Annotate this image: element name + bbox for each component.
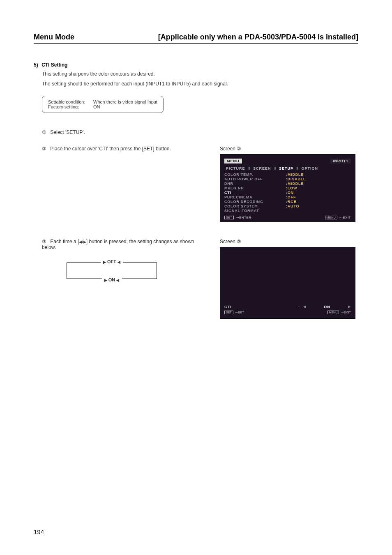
osd-tab-picture: PICTURE (224, 166, 247, 171)
osd-row-key: MPEG NR (224, 186, 286, 190)
cond-label-1: Settable condition: (48, 99, 93, 104)
cycle-off-label: ▶ OFF ◀ (101, 259, 123, 264)
osd-row-value: :OFF (286, 195, 296, 199)
header-right: [Applicable only when a PDA-5003/PDA-500… (158, 33, 358, 41)
tab-separator-icon: ▮ (296, 166, 299, 171)
osd-footer-left: ···ENTER (236, 216, 251, 219)
osd-menu-pill: MENU (224, 159, 242, 164)
tab-separator-icon: ▮ (248, 166, 251, 171)
step-text-1: Select 'SETUP'. (50, 129, 85, 135)
cycle-off-text: OFF (107, 259, 116, 264)
osd-row-key: PURECINEMA (224, 195, 286, 199)
right-arrow-icon: ▶ (104, 278, 107, 282)
tab-separator-icon: ▮ (274, 166, 277, 171)
osd-row-key: COLOR DECODING (224, 200, 286, 204)
osd-setting-row: SIGNAL FORMAT (224, 209, 351, 213)
right-arrow-icon: ▶ (348, 305, 351, 309)
osd-footer-right: ···EXIT (339, 216, 351, 219)
left-arrow-icon: ◀ (303, 305, 306, 309)
osd-setting-row: COLOR SYSTEM:AUTO (224, 204, 351, 209)
screen3-label: Screen ③ (220, 239, 355, 244)
section-paragraph-1: This setting sharpens the color contours… (42, 70, 358, 78)
osd3-colon: : (298, 305, 303, 309)
cond-value-2: ON (93, 104, 100, 109)
osd-tab-option: OPTION (300, 166, 320, 171)
osd-setting-row: CTI:ON (224, 191, 351, 195)
left-arrow-icon: ◀ (79, 240, 82, 244)
osd-row-value: :ON (286, 191, 294, 195)
section-title: CTI Setting (42, 62, 67, 68)
left-arrow-icon: ◀ (116, 278, 119, 282)
condition-row: Settable condition: When there is video … (48, 99, 157, 104)
osd-setting-row: COLOR DECODING:RGB (224, 200, 351, 204)
osd3-value-row: CTI : ◀ ON ▶ (224, 305, 351, 309)
osd3-footer-right: ···EXIT (341, 311, 351, 314)
menu-key-icon: MENU (325, 216, 338, 219)
page-number: 194 (34, 528, 44, 535)
osd-screen-3: CTI : ◀ ON ▶ SET ···SET MENU ···EXI (220, 247, 355, 319)
osd3-footer: SET ···SET MENU ···EXIT (224, 311, 351, 314)
osd-row-value: :MIDDLE (286, 173, 304, 177)
osd-input-pill: INPUT1 (330, 159, 351, 164)
osd-row-key: COLOR SYSTEM (224, 204, 286, 208)
osd-tab-screen: SCREEN (251, 166, 273, 171)
condition-box: Settable condition: When there is video … (42, 96, 164, 113)
menu-key-icon: MENU (327, 311, 339, 314)
osd-row-key: AUTO POWER OFF (224, 177, 286, 181)
osd-setting-row: DNR:MIDDLE (224, 182, 351, 186)
cycle-diagram: ▶ OFF ◀ ▶ ON ◀ (67, 261, 157, 281)
section-paragraph-2: The setting should be performed for each… (42, 80, 358, 88)
osd-screen-2: MENU INPUT1 PICTURE ▮ SCREEN ▮ SETUP ▮ O… (220, 154, 355, 222)
condition-row: Factory setting: ON (48, 104, 157, 109)
osd-footer: SET ···ENTER MENU ···EXIT (224, 216, 351, 219)
step-number-3: ③ (42, 239, 46, 244)
osd-row-value: :MIDDLE (286, 182, 304, 186)
right-arrow-icon: ▶ (83, 240, 86, 244)
osd-row-value: :DISABLE (286, 177, 306, 181)
osd-row-value: :RGB (286, 200, 297, 204)
set-key-icon: SET (224, 311, 233, 314)
right-arrow-icon: ▶ (103, 260, 106, 264)
osd-row-key: DNR (224, 182, 286, 186)
osd-setting-row: COLOR TEMP.:MIDDLE (224, 173, 351, 177)
set-key-icon: SET (224, 216, 234, 219)
cond-label-2: Factory setting: (48, 104, 93, 109)
osd-setting-row: AUTO POWER OFF:DISABLE (224, 177, 351, 182)
osd-row-value: :LOW (286, 186, 297, 190)
osd-row-key: SIGNAL FORMAT (224, 209, 286, 213)
osd-setting-row: MPEG NR:LOW (224, 186, 351, 191)
step-2-row: ② Place the cursor over 'CTI' then press… (42, 146, 358, 222)
cond-value-1: When there is video signal input (93, 99, 157, 104)
osd-tabs: PICTURE ▮ SCREEN ▮ SETUP ▮ OPTION (224, 166, 351, 171)
osd3-footer-left: ···SET (235, 311, 244, 314)
step-text-3a: Each time a [ (50, 239, 79, 244)
left-arrow-icon: ◀ (118, 260, 120, 264)
osd-tab-setup: SETUP (277, 166, 295, 171)
step-number-2: ② (42, 146, 46, 152)
step-number-1: ① (42, 129, 46, 135)
step-1: ① Select 'SETUP'. (42, 129, 358, 135)
step-3-row: ③ Each time a [◀/▶] button is pressed, t… (42, 239, 358, 319)
osd-setting-row: PURECINEMA:OFF (224, 195, 351, 200)
step-2: ② Place the cursor over 'CTI' then press… (42, 146, 208, 152)
page-header: Menu Mode [Applicable only when a PDA-50… (34, 33, 358, 44)
screen2-label: Screen ② (220, 146, 355, 152)
osd3-value: ON (306, 305, 348, 309)
section-number: 5) (34, 62, 38, 68)
osd-row-value: :AUTO (286, 204, 299, 208)
cycle-on-label: ▶ ON ◀ (102, 277, 122, 282)
osd-row-key: CTI (224, 191, 286, 195)
osd3-key: CTI (224, 305, 298, 309)
step-3: ③ Each time a [◀/▶] button is pressed, t… (42, 239, 208, 250)
section-heading: 5) CTI Setting (34, 61, 358, 68)
steps-block: ① Select 'SETUP'. ② Place the cursor ove… (42, 129, 358, 319)
step-text-2: Place the cursor over 'CTI' then press t… (50, 146, 171, 152)
osd-row-key: COLOR TEMP. (224, 173, 286, 177)
header-left: Menu Mode (34, 33, 74, 41)
cycle-on-text: ON (108, 277, 115, 282)
